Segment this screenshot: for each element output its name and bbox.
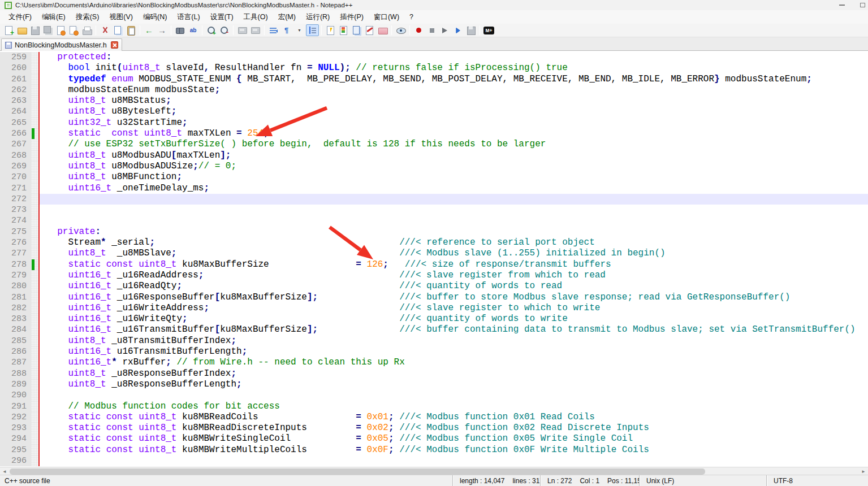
zoom-out-button[interactable] — [218, 24, 231, 36]
paste-button[interactable] — [124, 24, 137, 36]
line-number-269[interactable]: 269 — [0, 161, 31, 172]
code-text[interactable]: static const uint8_t ku8MBReadCoils = 0x… — [38, 412, 868, 423]
line-number-290[interactable]: 290 — [0, 390, 31, 401]
code-line-293[interactable]: 293 static const uint8_t ku8MBReadDiscre… — [0, 423, 868, 433]
code-text[interactable] — [38, 215, 868, 226]
code-text[interactable]: static const uint8_t ku8MBReadDiscreteIn… — [38, 423, 868, 433]
find-button[interactable] — [174, 24, 187, 36]
code-line-295[interactable]: 295 static const uint8_t ku8MBWriteMulti… — [0, 445, 868, 455]
code-line-263[interactable]: 263 uint8_t u8MBStatus; — [0, 96, 868, 106]
code-line-291[interactable]: 291 // Modbus function codes for bit acc… — [0, 401, 868, 412]
menu-item-6[interactable]: 设置(T) — [205, 11, 239, 24]
horizontal-scrollbar[interactable]: ◄ ► — [0, 467, 868, 475]
code-line-282[interactable]: 282 uint16_t _u16WriteAddress; ///< slav… — [0, 303, 868, 314]
copy-button[interactable] — [111, 24, 124, 36]
menu-item-4[interactable]: 编码(N) — [138, 11, 172, 24]
bookmark-margin[interactable] — [31, 106, 38, 117]
code-line-274[interactable]: 274 — [0, 215, 868, 226]
sync-scroll-h-button[interactable] — [249, 24, 262, 36]
bookmark-margin[interactable] — [31, 161, 38, 172]
bookmark-margin[interactable] — [31, 357, 38, 368]
code-text[interactable]: uint8_t u8ModbusADU[maxTXLen]; — [38, 150, 868, 161]
line-number-261[interactable]: 261 — [0, 74, 31, 85]
menu-item-8[interactable]: 宏(M) — [273, 11, 301, 24]
line-number-275[interactable]: 275 — [0, 227, 31, 237]
bookmark-margin[interactable] — [31, 172, 38, 183]
code-text[interactable]: uint16_t _u16ReadAddress; ///< slave reg… — [38, 270, 868, 281]
bookmark-margin[interactable] — [31, 128, 38, 139]
line-number-289[interactable]: 289 — [0, 379, 31, 390]
bookmark-margin[interactable] — [31, 324, 38, 335]
code-line-288[interactable]: 288 uint8_t _u8ResponseBufferIndex; — [0, 368, 868, 379]
redo-button[interactable] — [156, 24, 169, 36]
code-text[interactable]: bool init(uint8_t slaveId, ResultHandler… — [38, 63, 868, 73]
show-symbol-dropdown-button[interactable] — [293, 24, 306, 36]
code-text[interactable]: private: — [38, 227, 868, 237]
show-all-chars-button[interactable] — [280, 24, 293, 36]
bookmark-margin[interactable] — [31, 346, 38, 357]
code-text[interactable]: static const uint8_t ku8MBWriteMultipleC… — [38, 445, 868, 455]
code-text[interactable]: uint8_t _u8ResponseBufferIndex; — [38, 368, 868, 379]
code-line-280[interactable]: 280 uint16_t _u16ReadQty; ///< quantity … — [0, 281, 868, 292]
code-text[interactable]: uint16_t u16TransmitBufferLength; — [38, 346, 868, 357]
code-line-264[interactable]: 264 uint8_t u8BytesLeft; — [0, 106, 868, 117]
line-number-287[interactable]: 287 — [0, 357, 31, 368]
code-text[interactable]: uint32_t u32StartTime; — [38, 118, 868, 128]
bookmark-margin[interactable] — [31, 270, 38, 281]
code-text[interactable] — [38, 390, 868, 401]
line-number-262[interactable]: 262 — [0, 85, 31, 96]
line-number-264[interactable]: 264 — [0, 106, 31, 117]
function-signature-button[interactable] — [363, 24, 376, 36]
code-line-278[interactable]: 278 static const uint8_t ku8MaxBufferSiz… — [0, 259, 868, 270]
code-editor[interactable]: 259 protected:260 bool init(uint8_t slav… — [0, 51, 868, 467]
code-line-276[interactable]: 276 Stream* _serial; ///< reference to s… — [0, 237, 868, 248]
bookmark-margin[interactable] — [31, 455, 38, 466]
code-line-289[interactable]: 289 uint8_t _u8ResponseBufferLength; — [0, 379, 868, 390]
code-line-294[interactable]: 294 static const uint8_t ku8MBWriteSingl… — [0, 433, 868, 444]
bookmark-margin[interactable] — [31, 96, 38, 106]
line-number-284[interactable]: 284 — [0, 324, 31, 335]
bookmark-margin[interactable] — [31, 445, 38, 455]
code-line-279[interactable]: 279 uint16_t _u16ReadAddress; ///< slave… — [0, 270, 868, 281]
code-line-272[interactable]: 272 — [0, 194, 868, 205]
line-number-296[interactable]: 296 — [0, 455, 31, 466]
restore-button[interactable] — [854, 0, 868, 10]
status-encoding[interactable]: UTF-8 — [766, 475, 868, 486]
code-text[interactable]: typedef enum MODBUS_STATE_ENUM { MB_STAR… — [38, 74, 868, 85]
code-text[interactable]: uint8_t u8MBStatus; — [38, 96, 868, 106]
line-number-292[interactable]: 292 — [0, 412, 31, 423]
macro-play-button[interactable] — [438, 24, 451, 36]
save-button[interactable] — [28, 24, 41, 36]
code-text[interactable]: uint8_t u8BytesLeft; — [38, 106, 868, 117]
code-text[interactable]: uint16_t _oneTimeDelay_ms; — [38, 183, 868, 194]
code-line-283[interactable]: 283 uint16_t _u16WriteQty; ///< quantity… — [0, 314, 868, 324]
menu-item-9[interactable]: 运行(R) — [301, 11, 335, 24]
code-text[interactable]: uint16_t _u16TransmitBuffer[ku8MaxBuffer… — [38, 324, 868, 335]
save-all-button[interactable] — [41, 24, 54, 36]
code-text[interactable]: uint16_t _u16ResponseBuffer[ku8MaxBuffer… — [38, 292, 868, 303]
code-text[interactable]: uint16_t _u16WriteAddress; ///< slave re… — [38, 303, 868, 314]
line-number-268[interactable]: 268 — [0, 150, 31, 161]
code-line-285[interactable]: 285 uint8_t _u8TransmitBufferIndex; — [0, 336, 868, 346]
bookmark-margin[interactable] — [31, 63, 38, 73]
menu-item-0[interactable]: 文件(F) — [3, 11, 37, 24]
preview-eye-button[interactable] — [394, 24, 407, 36]
replace-button[interactable] — [187, 24, 200, 36]
code-text[interactable]: uint8_t u8ModbusADUSize;// = 0; — [38, 161, 868, 172]
line-number-293[interactable]: 293 — [0, 423, 31, 433]
macro-run-multiple-button[interactable] — [451, 24, 464, 36]
macro-record-button[interactable] — [412, 24, 425, 36]
menu-item-7[interactable]: 工具(O) — [239, 11, 273, 24]
print-button[interactable] — [80, 24, 93, 36]
bookmark-margin[interactable] — [31, 303, 38, 314]
line-number-278[interactable]: 278 — [0, 259, 31, 270]
line-number-263[interactable]: 263 — [0, 96, 31, 106]
code-line-265[interactable]: 265 uint32_t u32StartTime; — [0, 118, 868, 128]
bookmark-margin[interactable] — [31, 379, 38, 390]
code-line-287[interactable]: 287 uint16_t* rxBuffer; // from Wire.h -… — [0, 357, 868, 368]
folder-as-workspace-button[interactable] — [376, 24, 389, 36]
bookmark-margin[interactable] — [31, 194, 38, 205]
code-text[interactable]: uint8_t _u8MBSlave; ///< Modbus slave (1… — [38, 248, 868, 259]
line-number-270[interactable]: 270 — [0, 172, 31, 183]
bookmark-margin[interactable] — [31, 237, 38, 248]
